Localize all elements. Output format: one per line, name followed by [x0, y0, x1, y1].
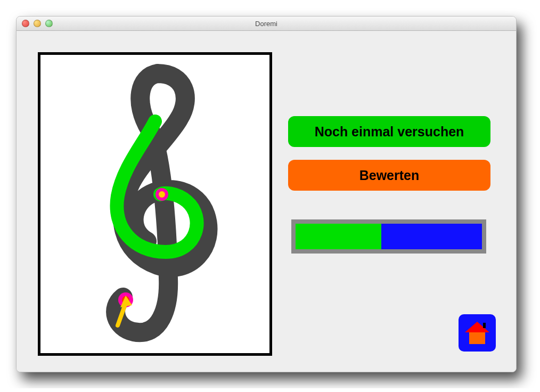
window-title: Doremi — [17, 20, 516, 28]
retry-button[interactable]: Noch einmal versuchen — [288, 116, 490, 147]
home-button[interactable] — [459, 314, 496, 352]
evaluate-button[interactable]: Bewerten — [288, 160, 490, 191]
progress-remaining — [381, 224, 482, 249]
svg-rect-5 — [483, 323, 486, 328]
svg-marker-4 — [465, 322, 489, 332]
titlebar: Doremi — [17, 17, 516, 31]
window-controls — [17, 20, 53, 27]
progress-bar — [291, 219, 486, 254]
svg-point-0 — [159, 191, 165, 198]
zoom-icon[interactable] — [45, 20, 53, 27]
app-window: Doremi — [16, 16, 517, 372]
home-icon — [464, 321, 490, 345]
close-icon[interactable] — [22, 20, 29, 27]
side-panel: Noch einmal versuchen Bewerten — [288, 52, 500, 356]
drawing-canvas[interactable] — [38, 52, 272, 356]
content-area: Noch einmal versuchen Bewerten — [17, 31, 516, 372]
svg-rect-6 — [469, 332, 485, 344]
progress-correct — [296, 224, 381, 249]
minimize-icon[interactable] — [34, 20, 41, 27]
